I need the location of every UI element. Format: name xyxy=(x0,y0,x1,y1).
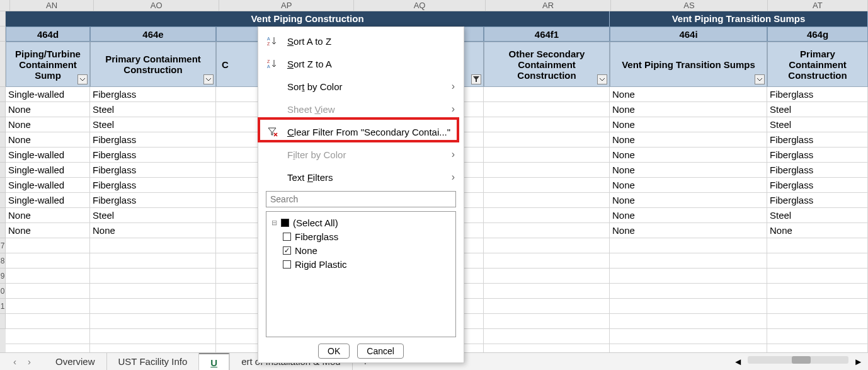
table-cell[interactable] xyxy=(484,253,610,269)
menu-sort-by-color[interactable]: Sort by Color › xyxy=(258,75,464,98)
table-cell[interactable]: Fiberglass xyxy=(90,87,216,102)
table-cell[interactable]: Fiberglass xyxy=(90,132,216,147)
table-cell[interactable]: Steel xyxy=(90,117,216,132)
table-cell[interactable] xyxy=(484,314,610,329)
col-header-AT[interactable]: AT xyxy=(768,0,868,11)
table-cell[interactable] xyxy=(90,284,216,299)
nav-prev-icon[interactable]: ‹ xyxy=(13,356,16,367)
scroll-left-icon[interactable]: ◄ xyxy=(733,356,743,367)
table-cell[interactable] xyxy=(90,329,216,344)
filter-values-tree[interactable]: ⊟ (Select All) Fiberglass None Rigid Pla… xyxy=(266,211,456,337)
col-header-AQ[interactable]: AQ xyxy=(354,0,486,11)
table-cell[interactable]: None xyxy=(767,223,868,238)
table-cell[interactable]: None xyxy=(90,223,216,238)
menu-sort-az[interactable]: AZ Sort A to Z xyxy=(258,30,464,52)
table-cell[interactable]: None xyxy=(610,163,767,178)
table-cell[interactable] xyxy=(484,208,610,223)
checkbox-icon[interactable] xyxy=(283,260,291,269)
table-cell[interactable]: None xyxy=(610,132,767,147)
table-cell[interactable]: None xyxy=(6,102,90,117)
nav-next-icon[interactable]: › xyxy=(28,356,31,367)
table-cell[interactable]: Fiberglass xyxy=(90,178,216,193)
table-cell[interactable] xyxy=(484,329,610,344)
table-cell[interactable] xyxy=(90,299,216,314)
table-cell[interactable] xyxy=(90,314,216,329)
table-cell[interactable] xyxy=(90,269,216,284)
table-cell[interactable] xyxy=(484,284,610,299)
filter-option-select-all[interactable]: ⊟ (Select All) xyxy=(271,216,450,229)
filter-dropdown-button[interactable] xyxy=(77,74,88,84)
table-cell[interactable] xyxy=(767,238,868,253)
table-cell[interactable] xyxy=(610,253,767,269)
checkbox-icon[interactable] xyxy=(283,233,291,241)
table-cell[interactable]: None xyxy=(610,102,767,117)
table-cell[interactable]: Single-walled xyxy=(6,147,90,163)
tab-active[interactable]: U xyxy=(199,353,229,371)
table-cell[interactable]: Single-walled xyxy=(6,87,90,102)
table-cell[interactable] xyxy=(767,299,868,314)
table-cell[interactable]: Single-walled xyxy=(6,178,90,193)
ok-button[interactable]: OK xyxy=(318,344,350,359)
table-cell[interactable] xyxy=(484,223,610,238)
table-cell[interactable] xyxy=(90,253,216,269)
table-cell[interactable] xyxy=(6,299,90,314)
scrollbar-thumb[interactable] xyxy=(792,356,811,364)
table-cell[interactable]: Fiberglass xyxy=(767,178,868,193)
menu-sort-za[interactable]: ZA Sort Z to A xyxy=(258,52,464,75)
filter-option-fiberglass[interactable]: Fiberglass xyxy=(271,229,450,243)
filter-dropdown-button[interactable] xyxy=(203,74,214,84)
table-cell[interactable] xyxy=(6,269,90,284)
table-cell[interactable]: None xyxy=(610,147,767,163)
table-cell[interactable] xyxy=(484,193,610,208)
table-cell[interactable]: None xyxy=(6,117,90,132)
table-cell[interactable]: Steel xyxy=(767,102,868,117)
table-cell[interactable] xyxy=(6,314,90,329)
table-cell[interactable] xyxy=(484,269,610,284)
col-header-AR[interactable]: AR xyxy=(486,0,611,11)
table-cell[interactable]: None xyxy=(610,208,767,223)
table-cell[interactable] xyxy=(610,314,767,329)
table-cell[interactable] xyxy=(484,178,610,193)
table-cell[interactable]: Fiberglass xyxy=(90,193,216,208)
col-header-AS[interactable]: AS xyxy=(611,0,768,11)
table-cell[interactable] xyxy=(484,163,610,178)
table-cell[interactable] xyxy=(610,284,767,299)
filter-dropdown-button[interactable] xyxy=(755,74,765,84)
table-cell[interactable]: None xyxy=(6,208,90,223)
col-header-AO[interactable]: AO xyxy=(94,0,219,11)
tab-ust-facility[interactable]: UST Facility Info xyxy=(107,353,200,371)
menu-clear-filter[interactable]: Clear Filter From "Secondary Contai..." xyxy=(258,120,464,143)
filter-option-none[interactable]: None xyxy=(271,243,450,257)
table-cell[interactable]: Single-walled xyxy=(6,163,90,178)
table-cell[interactable]: Steel xyxy=(767,117,868,132)
table-cell[interactable]: Fiberglass xyxy=(767,87,868,102)
table-cell[interactable] xyxy=(90,238,216,253)
table-cell[interactable]: None xyxy=(6,132,90,147)
table-cell[interactable] xyxy=(767,269,868,284)
table-cell[interactable] xyxy=(484,238,610,253)
checkbox-icon[interactable] xyxy=(281,219,289,227)
table-cell[interactable] xyxy=(610,238,767,253)
table-cell[interactable]: Steel xyxy=(767,208,868,223)
table-cell[interactable]: Single-walled xyxy=(6,193,90,208)
table-cell[interactable] xyxy=(484,102,610,117)
col-header-AP[interactable]: AP xyxy=(219,0,354,11)
table-cell[interactable]: Steel xyxy=(90,208,216,223)
table-cell[interactable]: Fiberglass xyxy=(767,132,868,147)
table-cell[interactable]: Steel xyxy=(90,102,216,117)
table-cell[interactable] xyxy=(767,284,868,299)
table-cell[interactable] xyxy=(484,147,610,163)
table-cell[interactable] xyxy=(610,329,767,344)
table-cell[interactable] xyxy=(484,117,610,132)
table-cell[interactable]: Fiberglass xyxy=(90,147,216,163)
table-cell[interactable] xyxy=(610,299,767,314)
table-cell[interactable]: Fiberglass xyxy=(767,163,868,178)
table-cell[interactable] xyxy=(484,132,610,147)
filter-dropdown-button-aq[interactable] xyxy=(471,74,481,84)
table-cell[interactable]: Fiberglass xyxy=(767,147,868,163)
table-cell[interactable] xyxy=(767,314,868,329)
table-cell[interactable] xyxy=(6,253,90,269)
menu-text-filters[interactable]: Text Filters › xyxy=(258,166,464,188)
table-cell[interactable]: Fiberglass xyxy=(90,163,216,178)
table-cell[interactable] xyxy=(6,284,90,299)
